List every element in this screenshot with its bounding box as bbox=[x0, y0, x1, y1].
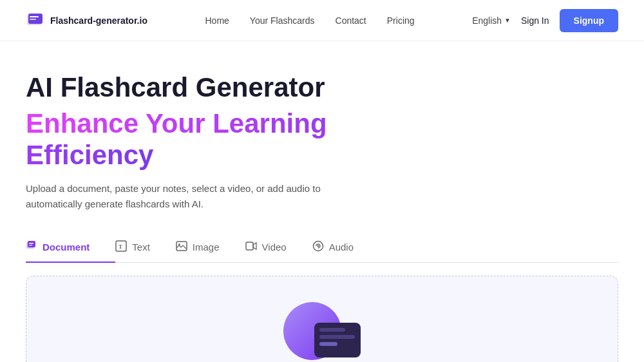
upload-card bbox=[314, 323, 361, 357]
sign-in-button[interactable]: Sign In bbox=[521, 15, 549, 26]
svg-text:T: T bbox=[118, 243, 122, 250]
header-right: English ▼ Sign In Signup bbox=[472, 9, 618, 32]
svg-point-14 bbox=[317, 245, 319, 247]
upload-area[interactable]: Browse or choose the Document you want t… bbox=[26, 276, 618, 362]
hero-gradient-text: Enhance Your Learning Efficiency bbox=[26, 108, 327, 169]
video-icon bbox=[245, 240, 257, 254]
tab-text[interactable]: T Text bbox=[115, 233, 176, 263]
image-icon bbox=[176, 240, 187, 254]
nav-home[interactable]: Home bbox=[205, 15, 229, 26]
tab-document-label: Document bbox=[43, 242, 90, 252]
hero-title-line2: Enhance Your Learning Efficiency bbox=[26, 108, 618, 171]
svg-rect-6 bbox=[29, 243, 33, 244]
card-line-3 bbox=[319, 342, 337, 346]
svg-rect-2 bbox=[30, 16, 39, 17]
nav-contact[interactable]: Contact bbox=[336, 15, 366, 26]
audio-icon bbox=[312, 240, 324, 254]
upload-illustration bbox=[283, 302, 361, 360]
svg-rect-12 bbox=[246, 242, 253, 250]
logo-text: Flashcard-generator.io bbox=[50, 15, 147, 26]
text-icon: T bbox=[115, 240, 127, 254]
language-selector[interactable]: English ▼ bbox=[472, 15, 511, 26]
svg-rect-5 bbox=[28, 241, 35, 247]
input-tabs: Document T Text Image bbox=[26, 233, 618, 263]
card-line-1 bbox=[319, 328, 345, 332]
tab-image-label: Image bbox=[193, 242, 220, 252]
logo[interactable]: Flashcard-generator.io bbox=[26, 11, 147, 30]
hero-description: Upload a document, paste your notes, sel… bbox=[26, 181, 361, 212]
svg-rect-7 bbox=[29, 245, 32, 246]
tab-text-label: Text bbox=[132, 242, 150, 252]
card-line-2 bbox=[319, 335, 355, 339]
hero-title-line1: AI Flashcard Generator bbox=[26, 72, 618, 103]
chevron-down-icon: ▼ bbox=[504, 17, 511, 24]
tab-video[interactable]: Video bbox=[245, 233, 312, 263]
nav-flashcards[interactable]: Your Flashcards bbox=[250, 15, 315, 26]
tab-audio[interactable]: Audio bbox=[312, 233, 379, 263]
svg-point-11 bbox=[178, 243, 180, 245]
main-nav: Home Your Flashcards Contact Pricing bbox=[205, 15, 415, 26]
tab-document[interactable]: Document bbox=[26, 233, 115, 263]
logo-icon bbox=[26, 11, 45, 30]
svg-rect-3 bbox=[30, 19, 36, 20]
main-content: AI Flashcard Generator Enhance Your Lear… bbox=[0, 41, 644, 362]
tab-audio-label: Audio bbox=[329, 242, 354, 252]
document-icon bbox=[26, 240, 37, 254]
nav-pricing[interactable]: Pricing bbox=[387, 15, 415, 26]
signup-button[interactable]: Signup bbox=[560, 9, 618, 32]
language-label: English bbox=[472, 15, 502, 26]
tab-image[interactable]: Image bbox=[176, 233, 245, 263]
tab-video-label: Video bbox=[262, 242, 287, 252]
